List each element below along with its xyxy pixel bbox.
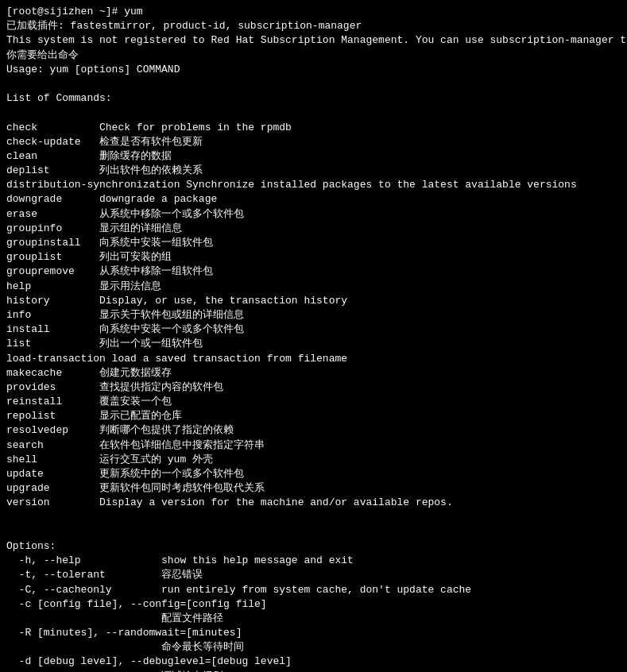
terminal-line: repolist 显示已配置的仓库 [6, 409, 621, 423]
terminal-line: search 在软件包详细信息中搜索指定字符串 [6, 438, 621, 453]
terminal-line: Usage: yum [options] COMMAND [6, 63, 621, 77]
terminal-line: groupremove 从系统中移除一组软件包 [6, 265, 621, 279]
blank-line [6, 511, 621, 525]
terminal-line: help 显示用法信息 [6, 280, 621, 294]
terminal-line: shell 运行交互式的 yum 外壳 [6, 453, 621, 467]
terminal-line: -h, --help show this help message and ex… [6, 554, 621, 568]
blank-line [6, 525, 621, 539]
terminal-line: provides 查找提供指定内容的软件包 [6, 380, 621, 395]
terminal-line: 配置文件路径 [6, 612, 621, 626]
terminal-line: version Display a version for the machin… [6, 496, 621, 510]
terminal-line: info 显示关于软件包或组的详细信息 [6, 308, 621, 322]
terminal-line: groupinstall 向系统中安装一组软件包 [6, 236, 621, 250]
terminal-line: install 向系统中安装一个或多个软件包 [6, 322, 621, 337]
terminal-line: groupinfo 显示组的详细信息 [6, 222, 621, 236]
terminal-line: -C, --cacheonly run entirely from system… [6, 583, 621, 597]
terminal-line: List of Commands: [6, 91, 621, 106]
terminal-output: [root@sijizhen ~]# yum已加载插件: fastestmirr… [6, 5, 621, 672]
terminal-window: [root@sijizhen ~]# yum已加载插件: fastestmirr… [6, 5, 621, 672]
terminal-line: [root@sijizhen ~]# yum [6, 5, 621, 19]
terminal-line: 已加载插件: fastestmirror, product-id, subscr… [6, 19, 621, 33]
terminal-line: load-transaction load a saved transactio… [6, 352, 621, 366]
terminal-line: check Check for problems in the rpmdb [6, 121, 621, 135]
terminal-line: grouplist 列出可安装的组 [6, 250, 621, 265]
terminal-line: deplist 列出软件包的依赖关系 [6, 164, 621, 178]
terminal-line: downgrade downgrade a package [6, 192, 621, 207]
terminal-line: distribution-synchronization Synchronize… [6, 178, 621, 192]
terminal-line: reinstall 覆盖安装一个包 [6, 395, 621, 409]
terminal-line: -R [minutes], --randomwait=[minutes] [6, 626, 621, 640]
terminal-line: -d [debug level], --debuglevel=[debug le… [6, 655, 621, 669]
terminal-line: makecache 创建元数据缓存 [6, 366, 621, 380]
terminal-line: clean 删除缓存的数据 [6, 149, 621, 164]
terminal-line: upgrade 更新软件包同时考虑软件包取代关系 [6, 481, 621, 496]
blank-line [6, 106, 621, 120]
terminal-line: resolvedep 判断哪个包提供了指定的依赖 [6, 423, 621, 438]
terminal-line: 调试输出级别 [6, 670, 621, 672]
terminal-line: erase 从系统中移除一个或多个软件包 [6, 207, 621, 222]
terminal-line: Options: [6, 539, 621, 554]
terminal-line: check-update 检查是否有软件包更新 [6, 135, 621, 149]
terminal-line: history Display, or use, the transaction… [6, 294, 621, 308]
terminal-line: 命令最长等待时间 [6, 640, 621, 655]
terminal-line: This system is not registered to Red Hat… [6, 33, 621, 48]
terminal-line: list 列出一个或一组软件包 [6, 337, 621, 351]
terminal-line: update 更新系统中的一个或多个软件包 [6, 467, 621, 481]
terminal-line: -c [config file], --config=[config file] [6, 597, 621, 612]
terminal-line: -t, --tolerant 容忍错误 [6, 568, 621, 582]
terminal-line: 你需要给出命令 [6, 48, 621, 63]
blank-line [6, 77, 621, 91]
